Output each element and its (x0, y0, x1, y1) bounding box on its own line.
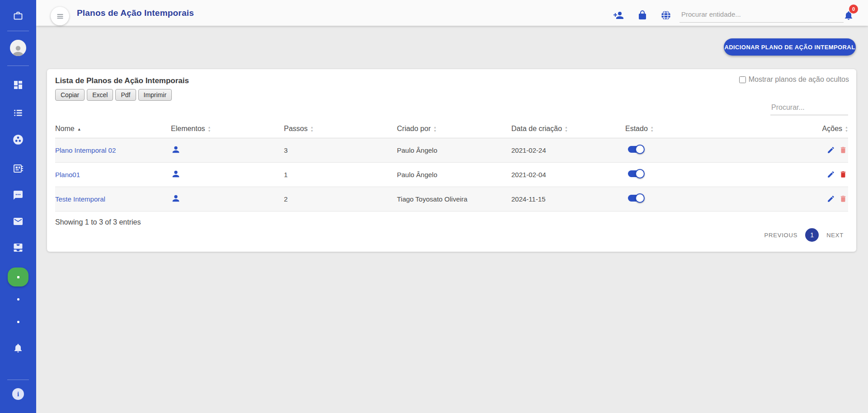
sidebar-divider (7, 31, 29, 31)
sidebar-item-dot-2[interactable] (0, 321, 36, 323)
data-criacao-value: 2021-02-24 (511, 138, 625, 162)
pdf-button[interactable]: Pdf (115, 89, 136, 101)
print-button[interactable]: Imprimir (138, 89, 172, 101)
sidebar-item-info[interactable]: i (0, 388, 36, 400)
sidebar: i (0, 0, 36, 413)
list-icon (12, 107, 24, 118)
table-search-input[interactable] (770, 100, 848, 115)
edit-icon[interactable] (827, 146, 835, 154)
group-work-icon (12, 134, 24, 145)
sidebar-item-notifications[interactable] (0, 343, 36, 353)
bell-icon (13, 343, 24, 353)
passos-value: 2 (284, 187, 397, 211)
sort-icon: ▲▼ (565, 126, 568, 132)
sort-icon: ▲▼ (434, 126, 437, 132)
column-header-estado[interactable]: Estado▲▼ (625, 120, 736, 138)
add-plan-button[interactable]: ADICIONAR PLANO DE AÇÃO INTEMPORAL (724, 38, 856, 56)
mail-icon (13, 216, 24, 227)
sidebar-item-status[interactable] (0, 268, 36, 286)
column-header-elementos[interactable]: Elementos▲▼ (171, 120, 284, 138)
sidebar-item-chat[interactable] (0, 190, 36, 201)
elements-button[interactable] (171, 197, 181, 205)
globe-icon[interactable] (660, 10, 671, 21)
board-icon (13, 163, 24, 174)
sidebar-divider (7, 380, 29, 380)
notifications-button[interactable]: 0 (843, 10, 854, 21)
sidebar-profile[interactable] (0, 40, 36, 56)
toggle-knob (635, 145, 645, 154)
person-icon (171, 145, 181, 155)
plans-table: Nome▲ Elementos▲▼ Passos▲▼ Criado por▲▼ … (55, 120, 848, 211)
green-status-button (8, 268, 28, 286)
table-row: Plano Intemporal 02 3 Paulo Ângelo 2021-… (55, 138, 848, 162)
sidebar-item-list[interactable] (0, 107, 36, 118)
menu-button[interactable] (51, 7, 69, 25)
delete-icon[interactable] (839, 195, 847, 203)
person-icon (171, 193, 181, 203)
criado-por-value: Paulo Ângelo (397, 162, 511, 187)
estado-toggle[interactable] (628, 195, 643, 202)
inbox-icon (13, 242, 24, 253)
sort-icon: ▲▼ (651, 126, 654, 132)
estado-toggle[interactable] (628, 170, 643, 177)
sort-asc-icon: ▲ (77, 127, 81, 131)
data-criacao-value: 2021-02-04 (511, 162, 625, 187)
person-icon (171, 169, 181, 179)
sidebar-item-work[interactable] (0, 10, 36, 21)
column-header-data-criacao[interactable]: Data de criação▲▼ (511, 120, 625, 138)
show-hidden-label: Mostrar planos de ação ocultos (749, 75, 849, 84)
delete-icon[interactable] (839, 146, 847, 154)
next-button[interactable]: NEXT (826, 232, 844, 239)
column-header-acoes[interactable]: Ações▲▼ (736, 120, 848, 138)
column-header-passos[interactable]: Passos▲▼ (284, 120, 397, 138)
previous-button[interactable]: PREVIOUS (764, 232, 798, 239)
copy-button[interactable]: Copiar (55, 89, 85, 101)
sidebar-divider (7, 66, 29, 66)
show-hidden-group: Mostrar planos de ação ocultos (739, 75, 849, 84)
plans-card: Lista de Planos de Ação Intemporais Copi… (47, 69, 856, 252)
entries-info: Showing 1 to 3 of 3 entries (55, 218, 141, 226)
show-hidden-checkbox[interactable] (739, 76, 746, 83)
toggle-knob (635, 169, 645, 178)
shopping-bag-icon[interactable] (637, 10, 648, 21)
sidebar-item-groups[interactable] (0, 134, 36, 145)
page-1-button[interactable]: 1 (805, 228, 819, 242)
data-criacao-value: 2024-11-15 (511, 187, 625, 211)
avatar (10, 40, 26, 56)
person-add-icon[interactable] (613, 10, 624, 21)
briefcase-icon (13, 10, 24, 21)
sidebar-item-dot-1[interactable] (0, 298, 36, 300)
passos-value: 3 (284, 138, 397, 162)
sidebar-item-mail[interactable] (0, 216, 36, 227)
passos-value: 1 (284, 162, 397, 187)
excel-button[interactable]: Excel (87, 89, 113, 101)
table-row: Plano01 1 Paulo Ângelo 2021-02-04 (55, 162, 848, 187)
entity-search-input[interactable] (679, 6, 844, 23)
sidebar-item-dashboard[interactable] (0, 80, 36, 90)
sort-icon: ▲▼ (208, 126, 211, 132)
delete-icon[interactable] (839, 170, 847, 178)
sort-icon: ▲▼ (845, 126, 848, 132)
plan-link[interactable]: Plano Intemporal 02 (55, 146, 116, 154)
elements-button[interactable] (171, 148, 181, 156)
plan-link[interactable]: Plano01 (55, 171, 80, 178)
criado-por-value: Tiago Toyosato Oliveira (397, 187, 511, 211)
column-header-criado-por[interactable]: Criado por▲▼ (397, 120, 511, 138)
edit-icon[interactable] (827, 195, 835, 203)
chat-icon (13, 190, 24, 201)
plan-link[interactable]: Teste Intemporal (55, 195, 105, 203)
top-header: Planos de Ação Intemporais 0 (36, 0, 868, 26)
dashboard-icon (13, 80, 24, 90)
pagination: PREVIOUS 1 NEXT (764, 228, 844, 242)
sort-icon: ▲▼ (310, 126, 313, 132)
sidebar-item-inbox[interactable] (0, 242, 36, 253)
page-title: Planos de Ação Intemporais (77, 0, 194, 26)
table-header-row: Nome▲ Elementos▲▼ Passos▲▼ Criado por▲▼ … (55, 120, 848, 138)
elements-button[interactable] (171, 173, 181, 180)
column-header-nome[interactable]: Nome▲ (55, 120, 171, 138)
export-buttons: Copiar Excel Pdf Imprimir (55, 89, 172, 101)
sidebar-item-board[interactable] (0, 163, 36, 174)
edit-icon[interactable] (827, 170, 835, 178)
card-title: Lista de Planos de Ação Intemporais (55, 76, 189, 85)
estado-toggle[interactable] (628, 146, 643, 153)
